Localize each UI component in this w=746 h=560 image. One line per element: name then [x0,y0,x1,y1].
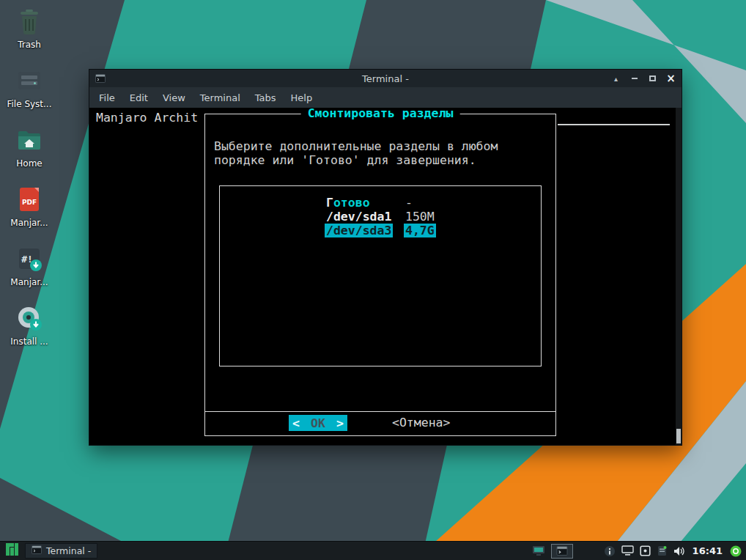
desktop-icon-manjaro-pdf[interactable]: PDF Manjar... [1,185,57,228]
install-icon [15,304,43,332]
scrollbar-thumb[interactable] [676,429,681,443]
shade-button[interactable]: ▴ [610,73,621,84]
clock[interactable]: 16:41 [693,545,723,556]
trash-icon [15,7,43,35]
manjaro-menu-icon [6,543,18,559]
network-icon[interactable] [621,545,634,556]
taskbar: Terminal - [0,541,746,560]
list-item-tag: /dev/sda3 [325,224,393,237]
minimize-button[interactable] [629,73,640,84]
list-item-sda1[interactable]: /dev/sda1 150M [220,210,541,224]
window-title: Terminal - [89,73,682,84]
ok-button[interactable]: < OK > [289,415,347,431]
home-icon [15,126,43,154]
close-button[interactable]: × [665,73,676,84]
list-item-value: 4,7G [404,224,436,237]
svg-text:PDF: PDF [22,199,37,206]
applications-menu-button[interactable] [4,543,20,559]
list-item-value: - [405,196,413,210]
dialog-text-line2: порядке или 'Готово' для завершения. [214,153,476,167]
desktop-icon-label: Install ... [1,336,57,347]
desktop-icon-label: File Syst... [1,99,57,109]
menubar: File Edit View Terminal Tabs Help [89,87,682,108]
partition-list: Готово - /dev/sda1 150M /dev/sda3 4,7G [219,185,542,366]
desktop-icon-trash[interactable]: Trash [1,7,57,50]
terminal-icon [95,74,106,83]
script-icon: #! [15,245,43,273]
menu-file[interactable]: File [92,92,122,103]
cancel-button[interactable]: <Отмена> [392,415,450,431]
menu-help[interactable]: Help [284,92,320,103]
window-controls: ▴ × [610,70,676,87]
terminal-window: Terminal - ▴ × File Edit View Terminal T… [89,70,682,445]
taskbar-window-button[interactable]: Terminal - [25,543,97,559]
terminal-icon [32,545,42,556]
backdrop-title: Manjaro Archit [96,111,198,125]
desktop-icon-label: Manjar... [1,218,57,228]
desktop-icon-install[interactable]: Install ... [1,304,57,347]
menu-view[interactable]: View [155,92,193,103]
dialog-separator [205,411,555,412]
terminal-tray-icon[interactable] [551,544,573,559]
backdrop-rule [558,124,670,125]
desktop-icon-filesystem[interactable]: File Syst... [1,67,57,109]
menu-edit[interactable]: Edit [122,92,155,103]
filesystem-icon [15,67,43,95]
terminal-screen[interactable]: Manjaro Archit Смонтировать разделы Выбе… [89,108,682,445]
desktop-icon-label: Home [1,158,57,169]
mount-partitions-dialog: Смонтировать разделы Выберите дополнител… [204,114,556,436]
titlebar[interactable]: Terminal - ▴ × [89,70,682,87]
list-item-tag: /dev/sda1 [326,210,391,224]
scrollbar[interactable] [675,108,682,445]
list-item-done[interactable]: Готово - [220,196,541,210]
list-item-sda3-selected[interactable]: /dev/sda3 4,7G [220,224,541,237]
display-icon[interactable] [640,545,651,556]
pdf-icon: PDF [15,185,43,213]
info-icon[interactable] [604,545,616,557]
desktop-icon-label: Trash [1,40,57,50]
desktop-icon-label: Manjar... [1,277,57,287]
screen-icon[interactable] [532,545,545,556]
menu-terminal[interactable]: Terminal [193,92,248,103]
dialog-text-line1: Выберите дополнительные разделы в любом [214,139,498,153]
list-item-value: 150M [405,210,435,224]
desktop-icon-manjaro-script[interactable]: #! Manjar... [1,245,57,287]
system-tray: 16:41 [532,544,746,559]
dialog-title: Смонтировать разделы [301,108,460,120]
clipboard-icon[interactable] [657,545,668,556]
desktop-icon-home[interactable]: Home [1,126,57,169]
volume-icon[interactable] [673,546,685,556]
list-item-tag: Готово [326,196,370,210]
menu-tabs[interactable]: Tabs [248,92,284,103]
desktop: Trash File Syst... Home [0,0,746,560]
taskbar-window-label: Terminal - [46,545,91,556]
maximize-button[interactable] [647,73,658,84]
updates-icon[interactable] [730,545,742,557]
